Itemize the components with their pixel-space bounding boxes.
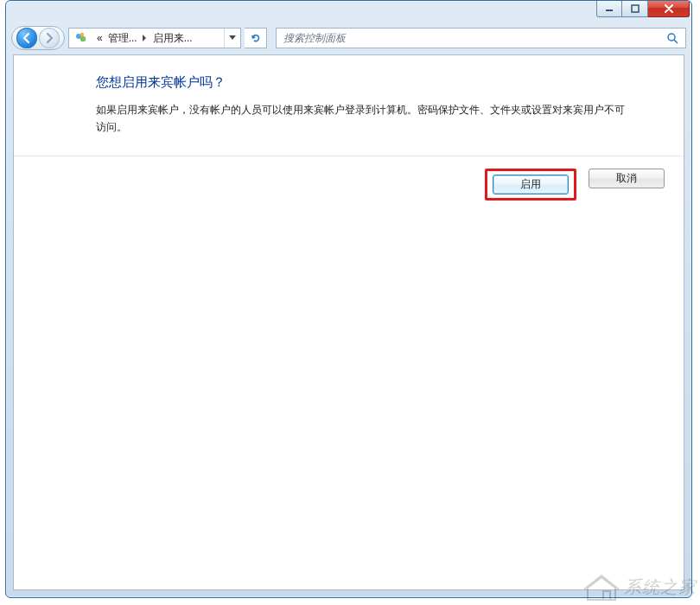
nav-back-button[interactable] [16,28,37,48]
chevron-down-icon [229,35,236,41]
button-row: 启用 取消 [14,156,684,201]
breadcrumb-prefix[interactable]: « [93,29,105,48]
nav-forward-button[interactable] [39,28,60,48]
caption-buttons [596,0,690,17]
control-panel-icon [73,29,90,47]
page-title: 您想启用来宾帐户吗？ [96,74,659,91]
address-dropdown[interactable] [224,29,240,48]
svg-point-4 [80,33,84,36]
refresh-icon [250,32,262,44]
breadcrumb-seg-1[interactable]: 管理... [105,29,139,48]
chevron-right-icon[interactable] [139,35,150,41]
svg-line-6 [674,40,678,43]
highlight-box: 启用 [485,169,576,201]
svg-point-3 [80,36,86,41]
window-frame: « 管理... 启用来... [5,0,692,598]
minimize-button[interactable] [596,0,622,17]
enable-button[interactable]: 启用 [493,175,569,194]
page-description: 如果启用来宾帐户，没有帐户的人员可以使用来宾帐户登录到计算机。密码保护文件、文件… [96,101,632,137]
close-icon [664,4,674,13]
refresh-button[interactable] [245,28,267,48]
search-input[interactable] [282,31,665,45]
content: 您想启用来宾帐户吗？ 如果启用来宾帐户，没有帐户的人员可以使用来宾帐户登录到计算… [14,55,684,137]
close-button[interactable] [648,0,690,17]
svg-rect-1 [632,5,639,12]
search-box[interactable] [276,28,686,48]
svg-rect-0 [606,10,613,11]
arrow-right-icon [43,32,55,44]
breadcrumb-seg-2[interactable]: 启用来... [150,29,194,48]
maximize-icon [631,4,640,13]
search-icon [665,32,680,44]
minimize-icon [605,4,614,13]
address-bar[interactable]: « 管理... 启用来... [68,28,241,48]
arrow-left-icon [21,32,33,44]
maximize-button[interactable] [622,0,648,17]
client-area: 您想启用来宾帐户吗？ 如果启用来宾帐户，没有帐户的人员可以使用来宾帐户登录到计算… [13,54,684,590]
cancel-button[interactable]: 取消 [589,169,665,188]
svg-point-5 [668,34,675,41]
stage: « 管理... 启用来... [0,0,700,605]
nav-row: « 管理... 启用来... [6,23,691,53]
nav-pill [11,26,65,50]
titlebar[interactable] [6,1,691,23]
